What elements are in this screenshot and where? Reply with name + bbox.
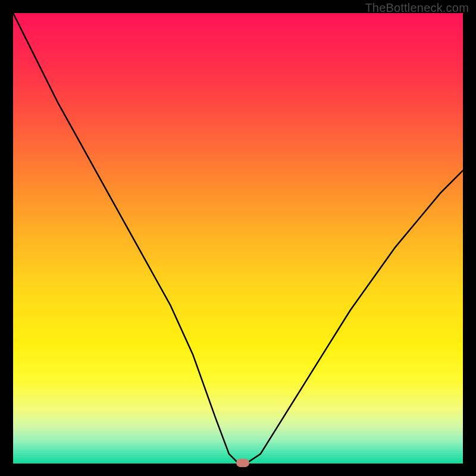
optimum-marker	[236, 459, 249, 467]
chart-frame: TheBottleneck.com	[0, 0, 476, 476]
plot-area	[13, 13, 463, 463]
